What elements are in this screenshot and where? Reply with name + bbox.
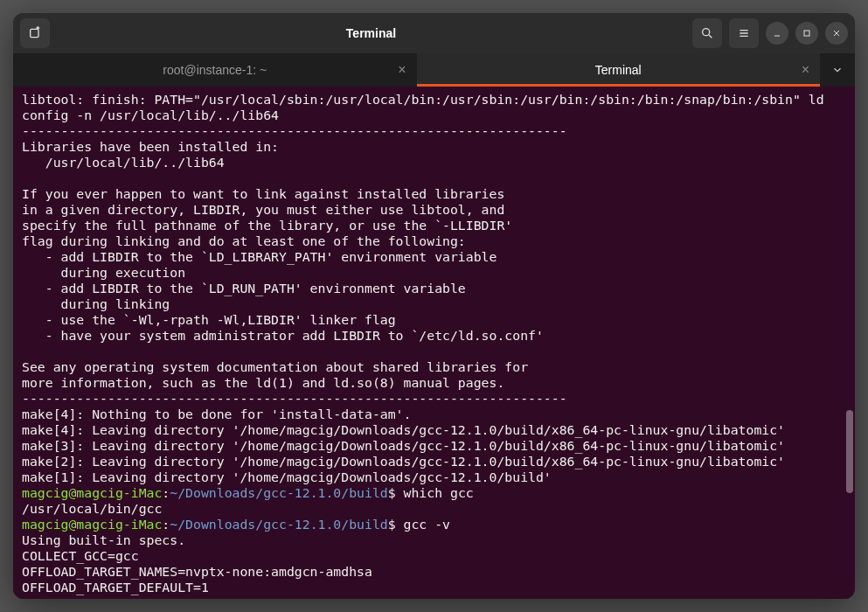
menu-button[interactable] (729, 18, 759, 48)
search-button[interactable] (692, 18, 722, 48)
tab-close-icon[interactable]: × (398, 62, 406, 78)
tab-label: Terminal (595, 63, 642, 77)
window-title: Terminal (57, 26, 685, 40)
new-tab-button[interactable] (20, 18, 50, 48)
scrollbar-thumb[interactable] (846, 410, 853, 493)
titlebar: Terminal (13, 13, 855, 53)
tab-label: root@instance-1: ~ (163, 63, 267, 77)
terminal-output[interactable]: libtool: finish: PATH="/usr/local/sbin:/… (13, 87, 855, 599)
svg-point-3 (703, 29, 710, 36)
minimize-button[interactable] (766, 22, 788, 45)
tab-close-icon[interactable]: × (802, 62, 809, 78)
tab-root-instance[interactable]: root@instance-1: ~ × (13, 53, 417, 87)
svg-rect-9 (804, 31, 809, 36)
svg-rect-0 (31, 29, 38, 37)
tabbar: root@instance-1: ~ × Terminal × (13, 53, 855, 87)
svg-line-4 (709, 35, 712, 38)
tab-terminal[interactable]: Terminal × (417, 53, 821, 87)
close-button[interactable] (825, 22, 848, 45)
maximize-button[interactable] (795, 22, 818, 45)
terminal-text: libtool: finish: PATH="/usr/local/sbin:/… (22, 92, 846, 595)
terminal-window: Terminal root@instance-1: ~ × Termi (13, 13, 855, 599)
tab-dropdown-button[interactable] (820, 53, 855, 87)
